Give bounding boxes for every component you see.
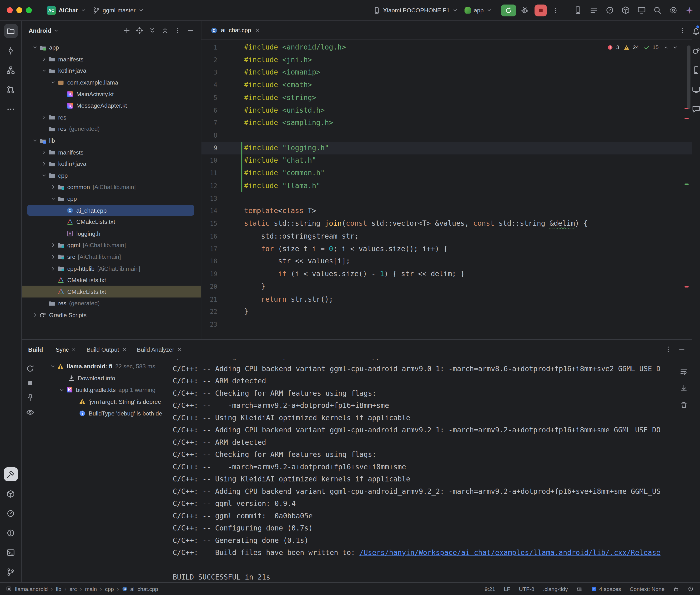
project-tree-item-cmakelists-txt[interactable]: CMakeLists.txt	[22, 286, 201, 298]
project-tree-item-com-example-llama[interactable]: com.example.llama	[22, 77, 201, 88]
line-number[interactable]: 4	[201, 81, 244, 89]
line-number[interactable]: 10	[201, 157, 244, 164]
project-tree-item-messageadapter-kt[interactable]: KMessageAdapter.kt	[22, 100, 201, 112]
line-ending[interactable]: LF	[504, 586, 510, 592]
breadcrumb-item[interactable]: llama.android	[15, 586, 48, 592]
problems-icon[interactable]	[4, 526, 18, 540]
code-line-15[interactable]: 15static std::string join(const std::vec…	[201, 217, 692, 230]
project-tree-item-mainactivity-kt[interactable]: KMainActivity.kt	[22, 88, 201, 100]
project-tree-item-manifests[interactable]: manifests	[22, 53, 201, 65]
project-icon[interactable]	[4, 24, 18, 38]
indent-size-widget[interactable]: 4 spaces	[591, 586, 621, 592]
device-selector[interactable]: Xiaomi POCOPHONE F1	[370, 5, 461, 16]
zoom-window-button[interactable]	[26, 7, 32, 13]
hide-build-panel-icon[interactable]	[678, 346, 685, 353]
device-explorer-icon[interactable]	[692, 63, 700, 77]
line-number[interactable]: 21	[201, 295, 244, 303]
code-line-16[interactable]: 16 std::ostringstream str;	[201, 230, 692, 243]
project-tree-item-logging-h[interactable]: Hlogging.h	[22, 228, 201, 239]
code-line-23[interactable]: 23	[201, 318, 692, 331]
branch-widget[interactable]: ggml-master	[89, 5, 147, 16]
code-editor[interactable]: 1#include <android/log.h>2#include <jni.…	[201, 40, 692, 339]
build-tree-item[interactable]: BuildType 'debug' is both de	[38, 407, 168, 419]
highlighting-level-icon[interactable]	[688, 586, 694, 592]
breadcrumb-item[interactable]: cpp	[105, 586, 114, 592]
project-tree-item-res[interactable]: res(generated)	[22, 298, 201, 309]
next-problem-icon[interactable]	[672, 44, 678, 50]
line-number[interactable]: 12	[201, 182, 244, 190]
code-line-18[interactable]: 18 str << values[i];	[201, 255, 692, 267]
line-number[interactable]: 19	[201, 270, 244, 278]
line-number[interactable]: 3	[201, 69, 244, 76]
line-number[interactable]: 20	[201, 283, 244, 290]
build-tree-item[interactable]: 'jvmTarget: String' is deprec	[38, 396, 168, 407]
chevron-down-icon[interactable]	[49, 364, 57, 370]
project-tree-item-cmakelists-txt[interactable]: CMakeLists.txt	[22, 274, 201, 286]
line-number[interactable]: 8	[201, 132, 244, 139]
project-tree-item-res[interactable]: res	[22, 111, 201, 123]
notifications-icon[interactable]	[692, 24, 700, 38]
project-tree-item-ai-chat-cpp[interactable]: Cai_chat.cpp	[22, 204, 201, 216]
code-line-8[interactable]: 8	[201, 129, 692, 142]
code-line-20[interactable]: 20 }	[201, 280, 692, 293]
scrollbar-thumb[interactable]	[688, 46, 691, 109]
project-tree-item-gradle-scripts[interactable]: Gradle Scripts	[22, 309, 201, 321]
stop-sync-icon[interactable]	[24, 377, 36, 389]
filter-icon[interactable]	[24, 406, 36, 418]
code-line-22[interactable]: 22}	[201, 306, 692, 318]
more-actions-button[interactable]	[549, 4, 561, 16]
code-line-13[interactable]: 13	[201, 192, 692, 205]
line-number[interactable]: 13	[201, 195, 244, 202]
line-number[interactable]: 23	[201, 321, 244, 328]
line-number[interactable]: 15	[201, 220, 244, 227]
project-tree-item-cpp-httplib[interactable]: cpp-httplib[AiChat.lib.main]	[22, 263, 201, 274]
line-number[interactable]: 2	[201, 56, 244, 63]
code-line-2[interactable]: 2#include <jni.h>	[201, 54, 692, 66]
breadcrumb-item[interactable]: lib	[56, 586, 61, 592]
line-number[interactable]: 14	[201, 207, 244, 215]
code-line-10[interactable]: 10#include "chat.h"	[201, 154, 692, 167]
project-tree-item-res[interactable]: res(generated)	[22, 123, 201, 135]
line-number[interactable]: 7	[201, 119, 244, 126]
soft-wrap-icon[interactable]	[678, 365, 690, 377]
structure-icon[interactable]	[4, 63, 18, 77]
locate-file-icon[interactable]	[134, 25, 145, 36]
version-control-icon[interactable]	[4, 565, 18, 578]
pull-requests-icon[interactable]	[4, 83, 18, 96]
clang-tidy-widget[interactable]: .clang-tidy	[543, 586, 568, 592]
code-line-9[interactable]: 9#include "logging.h"	[201, 142, 692, 154]
logcat-icon[interactable]	[588, 4, 600, 16]
file-encoding[interactable]: UTF-8	[519, 586, 534, 592]
code-line-14[interactable]: 14template<class T>	[201, 204, 692, 217]
collapse-all-icon[interactable]	[159, 25, 171, 36]
close-tab-icon[interactable]	[122, 347, 127, 352]
search-everywhere-icon[interactable]	[651, 4, 664, 16]
line-number[interactable]: 1	[201, 44, 244, 51]
commit-icon[interactable]	[4, 44, 18, 57]
more-tool-windows-icon[interactable]	[4, 102, 18, 116]
line-number[interactable]: 5	[201, 94, 244, 101]
line-number[interactable]: 22	[201, 308, 244, 315]
panel-options-icon[interactable]	[172, 25, 184, 36]
pin-icon[interactable]	[24, 391, 36, 403]
project-tree-item-cmakelists-txt[interactable]: CMakeLists.txt	[22, 216, 201, 228]
chevron-right-icon[interactable]	[49, 254, 57, 260]
code-line-5[interactable]: 5#include <string>	[201, 91, 692, 104]
chevron-down-icon[interactable]	[40, 173, 48, 178]
close-window-button[interactable]	[7, 7, 13, 13]
assistant-icon[interactable]	[692, 102, 700, 116]
build-console[interactable]: C/C++: -- Using KleidiAI optimized kerne…	[168, 359, 692, 583]
chevron-down-icon[interactable]	[31, 45, 39, 51]
project-tree-item-lib[interactable]: lib	[22, 135, 201, 146]
close-tab-icon[interactable]	[72, 347, 77, 352]
project-tree-item-manifests[interactable]: manifests	[22, 146, 201, 158]
hide-panel-icon[interactable]	[185, 25, 196, 36]
lock-icon[interactable]	[673, 586, 679, 592]
line-number[interactable]: 18	[201, 258, 244, 265]
chevron-right-icon[interactable]	[40, 114, 48, 120]
line-number[interactable]: 9	[201, 144, 244, 152]
console-link[interactable]: /Users/hanyin/Workspace/ai-chat/examples…	[359, 548, 661, 557]
clear-all-icon[interactable]	[678, 399, 690, 411]
device-manager-icon[interactable]	[572, 4, 584, 16]
chevron-down-icon[interactable]	[31, 138, 39, 144]
